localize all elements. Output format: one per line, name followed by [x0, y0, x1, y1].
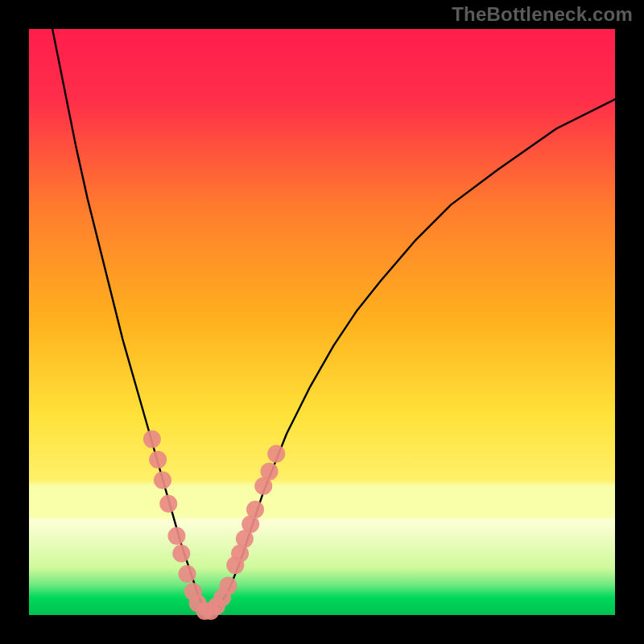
curve-dot	[246, 501, 264, 518]
curve-dot	[179, 565, 196, 583]
curve-dot	[167, 527, 185, 545]
plot-area	[29, 29, 615, 615]
curve-dot	[172, 545, 190, 563]
curve-dot	[154, 472, 171, 489]
curve-dot	[220, 577, 237, 595]
chart-stage: TheBottleneck.com	[0, 0, 644, 644]
curve-dot	[260, 463, 278, 481]
watermark-text: TheBottleneck.com	[452, 3, 633, 26]
curve-dot	[149, 451, 167, 469]
chart-svg	[0, 0, 644, 644]
curve-dot	[143, 431, 161, 448]
curve-dot	[159, 495, 177, 513]
curve-dot	[267, 445, 285, 463]
